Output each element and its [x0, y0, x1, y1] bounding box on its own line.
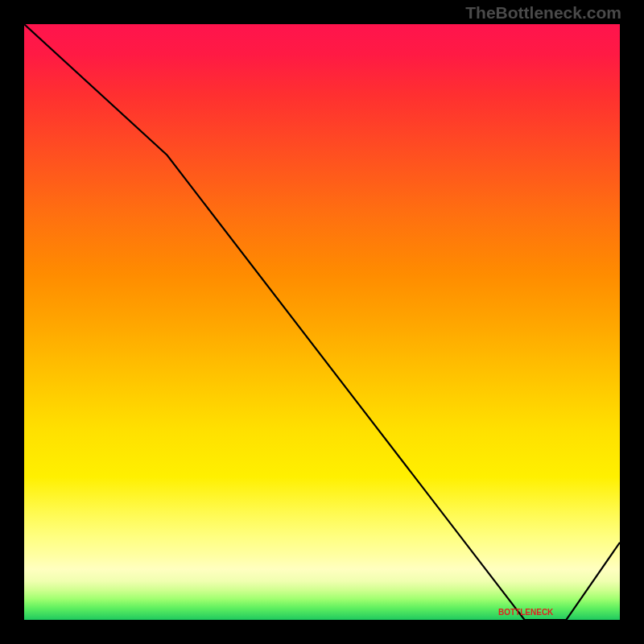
bottleneck-label: BOTTLENECK	[498, 608, 553, 617]
chart-line-svg	[24, 24, 620, 620]
watermark: TheBottleneck.com	[465, 3, 621, 23]
chart-line	[24, 24, 620, 620]
chart-plot-area: BOTTLENECK	[24, 24, 620, 620]
